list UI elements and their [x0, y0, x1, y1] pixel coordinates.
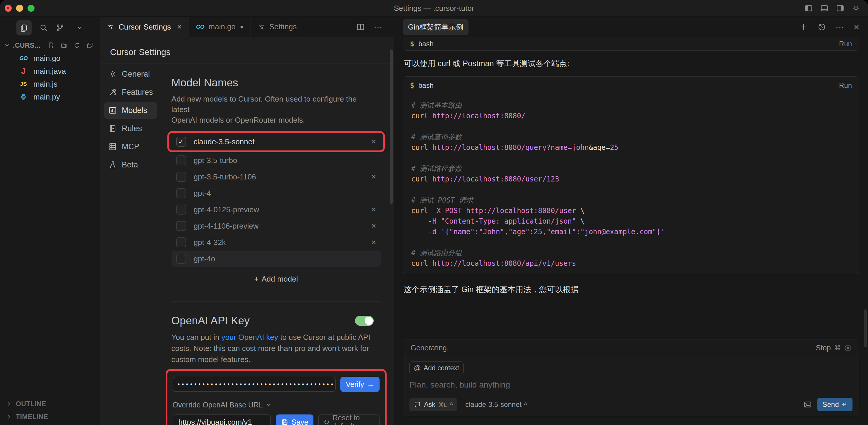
- new-file-icon[interactable]: [48, 42, 55, 49]
- refresh-icon[interactable]: [73, 42, 81, 49]
- remove-model-icon[interactable]: ×: [371, 221, 376, 231]
- zoom-window-button[interactable]: [28, 5, 34, 12]
- go-icon: GO: [196, 24, 204, 30]
- file-name: main.js: [33, 80, 57, 89]
- code-token: http://localhost:8080/: [428, 112, 525, 120]
- api-key-toggle[interactable]: [355, 316, 374, 326]
- checkbox-unchecked[interactable]: [176, 155, 186, 165]
- history-icon[interactable]: [817, 23, 826, 31]
- chat-input-placeholder[interactable]: Plan, search, build anything: [409, 380, 852, 390]
- toggle-primary-sidebar-icon[interactable]: [804, 4, 813, 12]
- checkbox-unchecked[interactable]: [176, 205, 186, 215]
- add-context-button[interactable]: @ Add context: [409, 362, 464, 374]
- nav-item-mcp[interactable]: MCP: [104, 138, 157, 155]
- more-actions-icon[interactable]: ⋯: [374, 23, 382, 31]
- model-row-gpt-4-32k[interactable]: gpt-4-32k ×: [172, 234, 381, 250]
- remove-model-icon[interactable]: ×: [371, 137, 376, 146]
- new-chat-icon[interactable]: [799, 23, 808, 31]
- stop-button[interactable]: Stop ⌘: [816, 344, 851, 352]
- minimize-window-button[interactable]: [16, 5, 23, 12]
- mode-selector-ask[interactable]: Ask ⌘L ^: [409, 398, 457, 411]
- model-row-claude-3-5-sonnet[interactable]: ✓ claude-3.5-sonnet ×: [172, 133, 381, 150]
- reset-to-default-button[interactable]: ↻ Reset to default: [318, 415, 379, 425]
- remove-model-icon[interactable]: ×: [371, 172, 376, 181]
- model-row-gpt-3-5-turbo[interactable]: gpt-3.5-turbo: [172, 152, 381, 169]
- checkbox-unchecked[interactable]: [176, 221, 186, 231]
- refresh-icon: ↻: [323, 418, 330, 425]
- remove-model-icon[interactable]: ×: [371, 205, 376, 214]
- tab-main-go[interactable]: GO main.go ●: [189, 17, 251, 37]
- toggle-secondary-sidebar-icon[interactable]: [836, 4, 845, 12]
- explorer-view-icon[interactable]: [17, 20, 32, 35]
- api-key-input[interactable]: ••••••••••••••••••••••••••••••••••••••••…: [173, 377, 336, 392]
- toggle-panel-icon[interactable]: [820, 4, 829, 12]
- tab-cursor-settings[interactable]: Cursor Settings ×: [100, 17, 189, 37]
- nav-label: Rules: [122, 124, 142, 133]
- model-row-gpt-3-5-turbo-1106[interactable]: gpt-3.5-turbo-1106 ×: [172, 169, 381, 185]
- chat-header: Gin框架简单示例 ⋯ ×: [394, 17, 868, 37]
- model-row-gpt-4-0125-preview[interactable]: gpt-4-0125-preview ×: [172, 201, 381, 218]
- new-folder-icon[interactable]: [61, 42, 68, 49]
- save-button[interactable]: Save: [276, 415, 313, 425]
- chat-message-area: $ bash Run 可以使用 curl 或 Postman 等工具测试各个端点…: [394, 37, 868, 339]
- file-item-main-py[interactable]: main.py: [0, 90, 100, 103]
- section-title: OpenAI API Key: [172, 315, 250, 327]
- source-control-icon[interactable]: [56, 23, 64, 32]
- file-item-main-java[interactable]: J main.java: [0, 65, 100, 78]
- split-editor-icon[interactable]: [356, 23, 365, 31]
- chat-tab-title[interactable]: Gin框架简单示例: [403, 19, 468, 35]
- settings-scrollbar[interactable]: [390, 50, 393, 204]
- timeline-label: TIMELINE: [16, 413, 48, 421]
- code-line: curl http://localhost:8080/query?name=jo…: [411, 142, 851, 153]
- explorer-section-header[interactable]: .CURS...: [0, 39, 100, 52]
- section-description: You can put in your OpenAI key to use Cu…: [172, 332, 381, 365]
- verify-button[interactable]: Verify →: [340, 377, 379, 392]
- override-base-url-toggle[interactable]: Override OpenAI Base URL: [173, 401, 379, 409]
- attach-image-icon[interactable]: [803, 400, 812, 409]
- chat-input-box[interactable]: @ Add context Plan, search, build anythi…: [403, 356, 859, 416]
- nav-item-general[interactable]: General: [104, 66, 157, 83]
- nav-label: Beta: [122, 160, 138, 170]
- nav-item-models[interactable]: Models: [104, 102, 157, 119]
- code-token: 25: [610, 144, 618, 152]
- search-icon[interactable]: [39, 23, 48, 32]
- model-row-gpt-4[interactable]: gpt-4: [172, 185, 381, 201]
- checkbox-checked[interactable]: ✓: [176, 137, 186, 147]
- chat-scrollbar[interactable]: [864, 309, 867, 347]
- base-url-input[interactable]: https://yibuapi.com/v1: [173, 415, 271, 425]
- file-name: main.java: [33, 67, 66, 76]
- openai-key-link[interactable]: your OpenAI key: [221, 333, 278, 341]
- more-actions-icon[interactable]: ⋯: [836, 23, 844, 31]
- run-button[interactable]: Run: [839, 40, 852, 48]
- unsaved-dot-icon[interactable]: ●: [240, 23, 244, 30]
- nav-item-beta[interactable]: Beta: [104, 156, 157, 173]
- tab-settings[interactable]: Settings: [251, 17, 304, 37]
- gear-icon: [108, 70, 117, 79]
- checkbox-unchecked[interactable]: [176, 237, 186, 247]
- tab-label: Cursor Settings: [119, 23, 171, 32]
- settings-gear-icon[interactable]: [851, 4, 860, 12]
- close-window-button[interactable]: [5, 5, 12, 12]
- checkbox-unchecked[interactable]: [176, 188, 186, 198]
- outline-section[interactable]: OUTLINE: [0, 397, 100, 411]
- checkbox-unchecked[interactable]: [176, 172, 186, 182]
- timeline-section[interactable]: TIMELINE: [0, 411, 100, 423]
- run-button[interactable]: Run: [839, 81, 852, 90]
- collapse-folders-icon[interactable]: [86, 42, 93, 49]
- nav-item-rules[interactable]: Rules: [104, 120, 157, 137]
- activity-bar: [0, 17, 100, 39]
- chat-panel: Gin框架简单示例 ⋯ × $ bash Run 可以使用 curl 或 Pos…: [394, 17, 868, 425]
- model-row-gpt-4o[interactable]: gpt-4o: [172, 250, 381, 267]
- checkbox-unchecked[interactable]: [176, 254, 186, 264]
- close-panel-icon[interactable]: ×: [854, 22, 859, 32]
- add-model-button[interactable]: + Add model: [172, 272, 381, 286]
- remove-model-icon[interactable]: ×: [371, 238, 376, 247]
- model-selector[interactable]: claude-3.5-sonnet ^: [465, 400, 527, 408]
- file-item-main-js[interactable]: JS main.js: [0, 78, 100, 90]
- model-row-gpt-4-1106-preview[interactable]: gpt-4-1106-preview ×: [172, 218, 381, 234]
- close-tab-icon[interactable]: ×: [177, 23, 182, 32]
- send-button[interactable]: Send ↵: [817, 398, 853, 411]
- nav-item-features[interactable]: Features: [104, 84, 157, 101]
- file-item-main-go[interactable]: GO main.go: [0, 52, 100, 65]
- chevron-down-icon[interactable]: [76, 24, 83, 31]
